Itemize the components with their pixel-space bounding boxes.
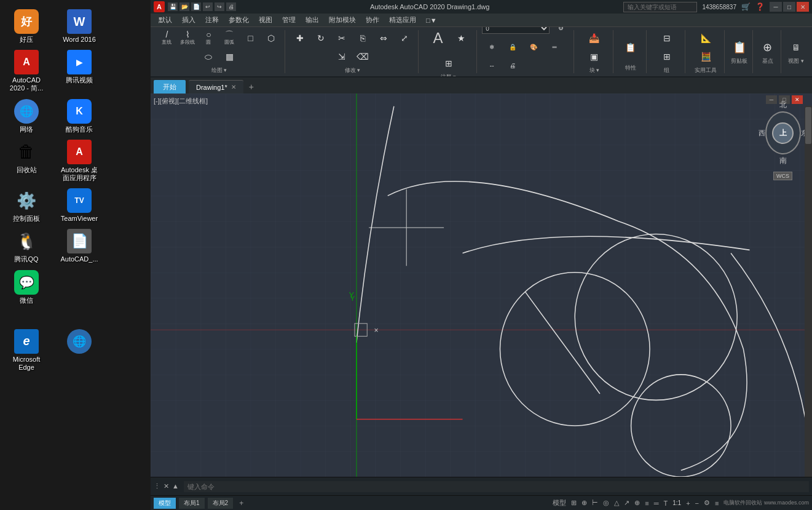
desktop-icon-autodesk-app[interactable]: A Autodesk 桌面应用程序 xyxy=(58,140,101,182)
menu-parametric[interactable]: 参数化 xyxy=(224,14,254,26)
desktop-icon-edge[interactable]: e Microsoft Edge xyxy=(5,329,48,372)
insert-btn[interactable]: 📥 xyxy=(585,30,604,47)
group-btn[interactable]: ⊟ xyxy=(657,30,677,47)
help-icon[interactable]: ❓ xyxy=(755,2,765,11)
tab-start[interactable]: 开始 xyxy=(154,80,186,94)
scrollbar-thumb[interactable] xyxy=(805,107,811,144)
cart-icon[interactable]: 🛒 xyxy=(741,2,751,11)
compass-circle[interactable]: 上 xyxy=(765,111,801,154)
desktop-icon-autocad[interactable]: A AutoCAD 2020 - 简... xyxy=(5,50,48,92)
menu-output[interactable]: 输出 xyxy=(301,14,324,26)
menu-addons[interactable]: 附加模块 xyxy=(324,14,361,26)
desktop-icon-controlpanel[interactable]: ⚙️ 控制面板 xyxy=(5,188,48,223)
status-polar-icon[interactable]: ◎ xyxy=(603,499,609,507)
arc-tool[interactable]: ⌒圆弧 xyxy=(219,30,239,47)
command-input[interactable] xyxy=(184,481,809,492)
menu-extra[interactable]: □▼ xyxy=(421,15,442,25)
calc-btn[interactable]: 🧮 xyxy=(696,48,715,65)
rectangle-tool[interactable]: □ xyxy=(240,30,260,47)
view-btn[interactable]: 🖥 xyxy=(786,39,806,56)
mirror-tool[interactable]: ⇔ xyxy=(374,30,393,47)
tab-add-button[interactable]: + xyxy=(245,80,258,94)
layer-plot-btn[interactable]: 🖨 xyxy=(503,57,522,74)
minimize-button[interactable]: ─ xyxy=(770,2,782,12)
hatch-tool[interactable]: ▦ xyxy=(219,48,239,65)
move-tool[interactable]: ✚ xyxy=(290,30,310,47)
menu-featured[interactable]: 精选应用 xyxy=(384,14,421,26)
copy-tool[interactable]: ⎘ xyxy=(353,30,372,47)
status-ortho-icon[interactable]: ⊢ xyxy=(592,499,598,507)
ungroup-btn[interactable]: ⊞ xyxy=(657,48,677,65)
layer-lock-btn[interactable]: 🔒 xyxy=(503,39,522,56)
layer-props-btn[interactable]: ⚙ xyxy=(551,27,570,37)
status-zoom-out[interactable]: − xyxy=(695,500,699,507)
layer-selector[interactable]: 0 xyxy=(482,27,550,34)
menu-collaborate[interactable]: 协作 xyxy=(361,14,384,26)
status-model-icon[interactable]: 模型 xyxy=(553,498,566,508)
drawing-area[interactable]: [-][俯视][二维线框] ─ □ ✕ Y xyxy=(151,94,812,477)
status-extra[interactable]: ≡ xyxy=(715,500,719,507)
layer-color-btn[interactable]: 🎨 xyxy=(524,39,543,56)
create-block-btn[interactable]: ▣ xyxy=(585,48,604,65)
measure-btn[interactable]: 📐 xyxy=(696,30,715,47)
desktop-icon-network[interactable]: 🌐 网络 xyxy=(5,99,48,133)
desktop-icon-qq[interactable]: 🐧 腾讯QQ xyxy=(5,229,48,263)
status-otrack-icon[interactable]: ↗ xyxy=(624,499,629,507)
maximize-button[interactable]: □ xyxy=(783,2,795,12)
status-tab-layout2[interactable]: 布局2 xyxy=(208,498,234,509)
redo-button[interactable]: ↪ xyxy=(215,2,224,11)
status-ducs-icon[interactable]: ⊕ xyxy=(634,499,640,507)
erase-tool[interactable]: ⌫ xyxy=(353,48,372,65)
paste-btn[interactable]: 📋 xyxy=(730,39,749,56)
status-tp-icon[interactable]: T xyxy=(664,500,668,507)
tab-drawing1[interactable]: Drawing1* ✕ xyxy=(189,80,243,94)
drawing-canvas[interactable]: Y × xyxy=(151,94,812,477)
print-button[interactable]: 🖨 xyxy=(226,2,236,11)
status-tab-add[interactable]: + xyxy=(236,499,246,508)
save-button[interactable]: 💾 xyxy=(168,2,178,11)
circle-tool[interactable]: ○圆 xyxy=(199,30,218,47)
tab-drawing1-close[interactable]: ✕ xyxy=(231,84,236,90)
desktop-icon-autocad-file[interactable]: 📄 AutoCAD_... xyxy=(58,229,101,263)
polygon-tool[interactable]: ⬡ xyxy=(261,30,281,47)
status-snap-icon[interactable]: ⊕ xyxy=(581,499,587,507)
offset-tool[interactable]: ⇲ xyxy=(332,48,352,65)
search-input[interactable] xyxy=(623,2,697,12)
menu-annotate[interactable]: 注释 xyxy=(200,14,224,26)
rotate-tool[interactable]: ↻ xyxy=(311,30,331,47)
basepoint-btn[interactable]: ⊕ xyxy=(758,39,778,56)
undo-button[interactable]: ↩ xyxy=(203,2,213,11)
menu-insert[interactable]: 插入 xyxy=(177,14,200,26)
desktop-icon-teamviewer[interactable]: TV TeamViewer xyxy=(58,188,101,223)
status-grid-icon[interactable]: ⊞ xyxy=(571,499,577,507)
line-tool[interactable]: /直线 xyxy=(157,30,176,47)
status-settings[interactable]: ⚙ xyxy=(704,499,710,507)
open-button[interactable]: 📂 xyxy=(179,2,189,11)
desktop-icon-recycle[interactable]: 🗑 回收站 xyxy=(5,140,48,182)
desktop-icon-kugou[interactable]: K 酷狗音乐 xyxy=(58,99,101,133)
scale-tool[interactable]: ⤢ xyxy=(395,30,414,47)
desktop-icon-wechat[interactable]: 💬 微信 xyxy=(5,270,48,305)
menu-default[interactable]: 默认 xyxy=(154,14,177,26)
desktop-icon-unknown[interactable]: 🌐 xyxy=(58,329,101,372)
trim-tool[interactable]: ✂ xyxy=(332,30,352,47)
new-button[interactable]: 📄 xyxy=(191,2,201,11)
ellipse-tool[interactable]: ⬭ xyxy=(199,48,218,65)
cmd-icon-2[interactable]: ▲ xyxy=(172,482,179,490)
marker-tool[interactable]: ★ xyxy=(452,30,471,47)
properties-btn[interactable]: 📋 xyxy=(618,32,643,63)
status-dyn-icon[interactable]: ≡ xyxy=(645,500,648,507)
cmd-icon-x[interactable]: ✕ xyxy=(164,482,169,490)
status-osnap-icon[interactable]: △ xyxy=(614,499,619,507)
layer-freeze-btn[interactable]: ❄ xyxy=(482,39,502,56)
layer-lineweight-btn[interactable]: ═ xyxy=(545,39,564,56)
menu-manage[interactable]: 管理 xyxy=(277,14,301,26)
status-tab-model[interactable]: 模型 xyxy=(154,498,176,509)
status-tab-layout1[interactable]: 布局1 xyxy=(179,498,205,509)
table-tool[interactable]: ⊞ xyxy=(439,55,459,72)
desktop-icon-word[interactable]: W Word 2016 xyxy=(58,9,101,44)
desktop-icon-haoya[interactable]: 好 好压 xyxy=(5,9,48,44)
text-tool[interactable]: A xyxy=(426,27,451,54)
close-button[interactable]: ✕ xyxy=(797,2,809,12)
vertical-scrollbar[interactable] xyxy=(805,106,812,477)
